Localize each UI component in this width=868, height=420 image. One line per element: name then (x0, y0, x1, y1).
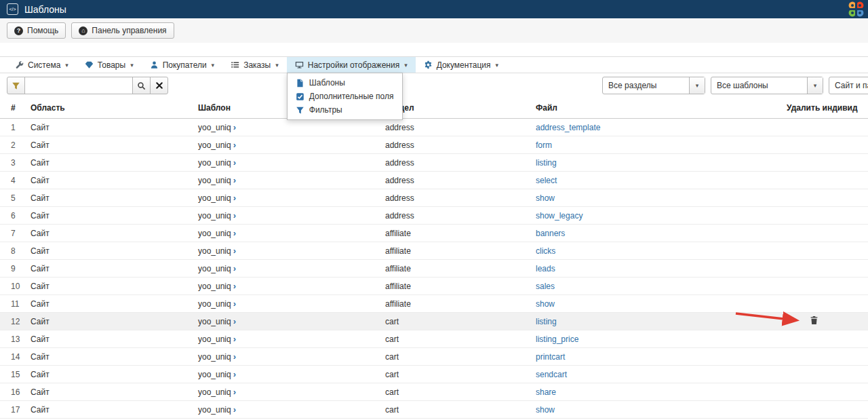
row-template[interactable]: yoo_uniq› (198, 334, 385, 344)
template-name: yoo_uniq (198, 387, 231, 397)
file-link[interactable]: banners (536, 229, 565, 238)
row-section: address (385, 123, 536, 132)
menu-item-orders[interactable]: Заказы▾ (222, 57, 287, 73)
file-link[interactable]: listing (536, 317, 557, 326)
file-link[interactable]: listing_price (536, 335, 578, 344)
row-template[interactable]: yoo_uniq› (198, 369, 385, 379)
filter-icon (296, 106, 304, 115)
row-number: 5 (11, 193, 31, 203)
control-panel-button-label: Панель управления (92, 26, 166, 35)
row-area: Сайт (31, 335, 198, 344)
file-link[interactable]: share (536, 387, 556, 397)
file-link[interactable]: show_legacy (536, 211, 583, 221)
select-all-templates[interactable]: Все шаблоны▾ (711, 77, 823, 94)
row-number: 13 (11, 335, 31, 344)
row-template[interactable]: yoo_uniq› (198, 316, 385, 326)
file-link[interactable]: show (536, 405, 555, 415)
search-input[interactable] (24, 77, 133, 94)
help-button[interactable]: ? Помощь (7, 22, 66, 39)
chevron-right-icon: › (233, 404, 236, 415)
file-link[interactable]: address_template (536, 123, 600, 132)
dropdown-item-filters[interactable]: Фильтры (288, 103, 402, 117)
col-header-delete: Удалить индивид (787, 103, 868, 113)
select-site-and-panel[interactable]: Сайт и панель▾ (829, 77, 868, 94)
chevron-right-icon: › (233, 193, 236, 203)
dropdown-item-extra-fields[interactable]: Дополнительные поля (288, 90, 402, 103)
file-link[interactable]: leads (536, 264, 555, 273)
checkbox-icon (296, 92, 304, 101)
row-section: cart (385, 370, 536, 379)
row-number: 9 (11, 264, 31, 273)
file-link[interactable]: select (536, 176, 557, 185)
control-panel-button[interactable]: ⌂ Панель управления (71, 22, 174, 39)
chevron-right-icon: › (233, 387, 236, 397)
row-delete-cell (787, 316, 868, 327)
row-area: Сайт (31, 158, 198, 168)
row-template[interactable]: yoo_uniq› (198, 299, 385, 309)
file-link[interactable]: form (536, 140, 552, 150)
template-name: yoo_uniq (198, 264, 231, 273)
dropdown-item-templates[interactable]: Шаблоны (288, 76, 402, 90)
row-template[interactable]: yoo_uniq› (198, 228, 385, 238)
template-name: yoo_uniq (198, 123, 231, 132)
row-number: 17 (11, 405, 31, 415)
file-link[interactable]: printcart (536, 352, 565, 362)
chevron-right-icon: › (233, 369, 236, 379)
row-template[interactable]: yoo_uniq› (198, 157, 385, 168)
file-link[interactable]: sendcart (536, 370, 567, 379)
row-area: Сайт (31, 123, 198, 132)
row-template[interactable]: yoo_uniq› (198, 263, 385, 273)
chevron-down-icon: ▾ (275, 62, 279, 69)
table-header: # Область Шаблон Раздел Файл Удалить инд… (0, 98, 868, 119)
component-icon: </> (7, 3, 18, 15)
menu-item-documentation[interactable]: Документация▾ (416, 57, 507, 73)
clear-search-button[interactable] (150, 77, 168, 94)
table-row: 10Сайтyoo_uniq›affiliatesales (0, 278, 868, 295)
row-template[interactable]: yoo_uniq› (198, 387, 385, 397)
chevron-right-icon: › (233, 351, 236, 362)
table-row: 17Сайтyoo_uniq›cartshow (0, 401, 868, 419)
menu-item-customers[interactable]: Покупатели▾ (142, 57, 222, 73)
row-template[interactable]: yoo_uniq› (198, 193, 385, 203)
template-name: yoo_uniq (198, 229, 231, 238)
gem-icon (85, 60, 94, 69)
row-number: 11 (11, 299, 31, 309)
search-button[interactable] (132, 77, 151, 94)
menu-item-products[interactable]: Товары▾ (77, 57, 142, 73)
template-name: yoo_uniq (198, 246, 231, 256)
row-section: address (385, 211, 536, 221)
row-template[interactable]: yoo_uniq› (198, 246, 385, 256)
file-link[interactable]: show (536, 193, 555, 203)
row-template[interactable]: yoo_uniq› (198, 122, 385, 132)
joomla-logo-icon (848, 1, 865, 18)
menu-item-system[interactable]: Система▾ (7, 57, 77, 73)
row-template[interactable]: yoo_uniq› (198, 210, 385, 221)
row-file-cell: leads (536, 264, 787, 273)
filter-selects: Все разделы▾Все шаблоны▾Сайт и панель▾ (602, 77, 868, 94)
file-link[interactable]: show (536, 299, 555, 309)
template-name: yoo_uniq (198, 211, 231, 221)
row-template[interactable]: yoo_uniq› (198, 281, 385, 291)
file-link[interactable]: clicks (536, 246, 555, 256)
row-number: 1 (11, 123, 31, 132)
row-template[interactable]: yoo_uniq› (198, 351, 385, 362)
filter-funnel-button[interactable] (7, 77, 25, 94)
file-link[interactable]: listing (536, 158, 557, 168)
table-row: 5Сайтyoo_uniq›addressshow (0, 189, 868, 207)
trash-icon[interactable] (810, 316, 819, 325)
file-link[interactable]: sales (536, 282, 555, 291)
chevron-down-icon: ▾ (689, 77, 705, 94)
display-settings-dropdown: ШаблоныДополнительные поляФильтры (287, 73, 403, 120)
menu-item-display-settings[interactable]: Настройки отображения▾ШаблоныДополнитель… (287, 57, 416, 73)
row-template[interactable]: yoo_uniq› (198, 404, 385, 415)
row-template[interactable]: yoo_uniq› (198, 140, 385, 150)
select-all-sections[interactable]: Все разделы▾ (602, 77, 705, 94)
template-name: yoo_uniq (198, 335, 231, 344)
row-section: affiliate (385, 264, 536, 273)
home-circle-icon: ⌂ (79, 26, 87, 35)
row-section: cart (385, 317, 536, 326)
table-body: 1Сайтyoo_uniq›addressaddress_template2Са… (0, 119, 868, 419)
row-section: cart (385, 405, 536, 415)
row-area: Сайт (31, 387, 198, 397)
row-template[interactable]: yoo_uniq› (198, 175, 385, 185)
